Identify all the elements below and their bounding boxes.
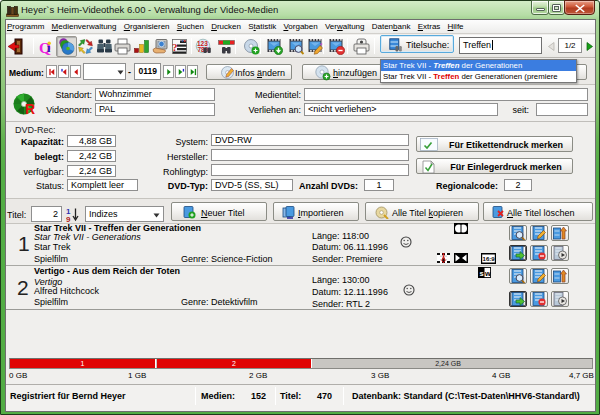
svg-text:?: ? — [172, 41, 178, 53]
svg-text:9: 9 — [66, 215, 71, 222]
svg-text:w: w — [484, 269, 491, 278]
svg-text:s: s — [480, 269, 484, 278]
svg-text:16:9: 16:9 — [483, 256, 496, 262]
svg-text:789: 789 — [198, 46, 209, 53]
